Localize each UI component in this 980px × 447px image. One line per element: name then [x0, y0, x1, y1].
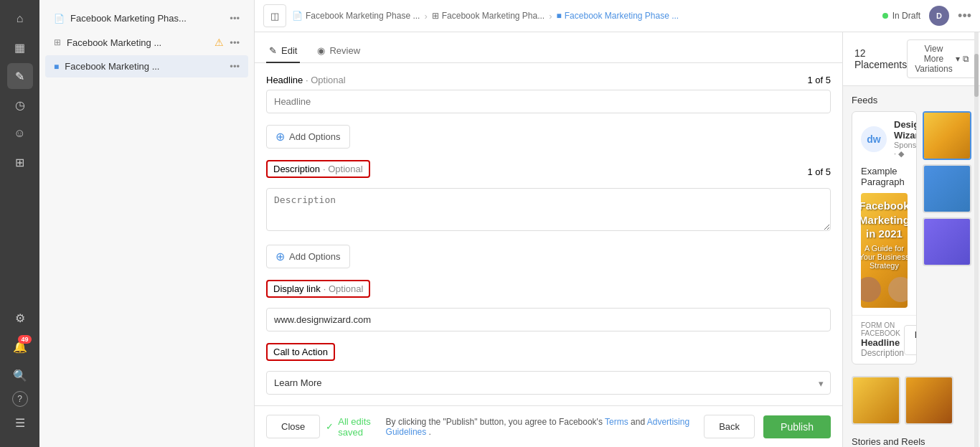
sidebar-item-3[interactable]: ■ Facebook Marketing ... •••: [45, 55, 248, 77]
draft-label: In Draft: [892, 11, 920, 21]
thumb-img-3: [924, 219, 970, 265]
clock-icon[interactable]: ◷: [7, 92, 33, 118]
scroll-thumb: [974, 54, 979, 97]
add-options-button-2[interactable]: ⊕ Add Options: [266, 245, 350, 268]
copy-icon: ⧉: [963, 54, 969, 64]
bell-icon[interactable]: 🔔 49: [7, 334, 33, 359]
thumbnail-5[interactable]: [905, 376, 953, 425]
display-link-label-row: Display link · Optional: [266, 280, 831, 304]
stories-heading: Stories and Reels: [852, 436, 971, 447]
page-icon-3: ■: [54, 62, 59, 72]
cta-left: FORM ON FACEBOOK Headline Description: [861, 321, 904, 358]
feed-body-text: Example Paragraph: [861, 166, 908, 187]
close-button[interactable]: Close: [266, 415, 320, 438]
add-options-button-1[interactable]: ⊕ Add Options: [266, 125, 350, 149]
preview-header: 12 Placements View More Variations ▾ ⧉: [843, 32, 980, 86]
feed-image-subtitle: A Guide for Your Business Strategy: [861, 244, 908, 270]
bottom-left: Close ✓ All edits saved: [266, 415, 386, 438]
cta-form-label: FORM ON FACEBOOK: [861, 321, 904, 337]
settings-icon[interactable]: ⚙: [7, 305, 33, 331]
back-button[interactable]: Back: [704, 415, 755, 438]
breadcrumb-item-2[interactable]: ⊞ Facebook Marketing Pha...: [432, 11, 545, 21]
cta-description-text: Description: [861, 348, 904, 358]
cta-label-row: Call to Action: [266, 343, 831, 367]
breadcrumb: 📄 Facebook Marketing Phase ... › ⊞ Faceb…: [292, 11, 877, 22]
thumbnail-4[interactable]: [852, 376, 900, 425]
headline-section: Headline · Optional 1 of 5: [266, 75, 831, 113]
breadcrumb-label-1: Facebook Marketing Phase ...: [306, 11, 420, 21]
cta-section: Call to Action Learn More Shop Now Sign …: [266, 343, 831, 395]
edit-tab-label: Edit: [281, 45, 297, 56]
description-label-text: Description: [273, 164, 320, 174]
cta-label-text: Call to Action: [273, 347, 328, 357]
saved-label: All edits saved: [338, 416, 385, 438]
breadcrumb-sep-2: ›: [549, 11, 552, 22]
user-avatar[interactable]: D: [929, 6, 949, 26]
cta-select[interactable]: Learn More Shop Now Sign Up Book Now Dow…: [266, 371, 831, 395]
feed-body: Example Paragraph Facebook Marketing in …: [852, 166, 916, 315]
more-btn-1[interactable]: •••: [230, 13, 240, 24]
more-btn-2[interactable]: •••: [230, 37, 240, 48]
breadcrumb-icon-3: ■: [557, 11, 562, 21]
search-icon[interactable]: 🔍: [7, 362, 33, 388]
face-icon[interactable]: ☺: [7, 121, 33, 146]
tab-edit[interactable]: ✎ Edit: [266, 39, 300, 63]
breadcrumb-sep-1: ›: [424, 11, 427, 22]
cta-learn-more-button[interactable]: LEARN MORE: [904, 325, 917, 355]
more-btn-3[interactable]: •••: [230, 61, 240, 72]
sidebar-item-2[interactable]: ⊞ Facebook Marketing ... ⚠ •••: [45, 31, 248, 54]
feed-preview-card: dw Design Wizard Sponsored · ◆ ••• Examp…: [852, 111, 917, 364]
saved-status: ✓ All edits saved: [326, 416, 385, 438]
draft-dot: [882, 13, 888, 19]
sidebar-item-1[interactable]: 📄 Facebook Marketing Phas... •••: [45, 7, 248, 29]
headline-counter: 1 of 5: [807, 75, 831, 85]
breadcrumb-icon-2: ⊞: [432, 11, 439, 21]
period-text: .: [429, 427, 431, 437]
description-label-wrapper: Description · Optional: [266, 160, 370, 184]
notification-badge: 49: [18, 335, 31, 344]
plus-icon-2: ⊕: [275, 250, 285, 263]
edit-icon[interactable]: ✎: [7, 63, 33, 89]
thumbnail-column: [923, 111, 971, 370]
cta-headline: Headline: [861, 337, 904, 348]
nav-toggle-button[interactable]: ◫: [263, 4, 286, 27]
thumbnail-2[interactable]: [923, 164, 971, 213]
terms-link[interactable]: Terms: [605, 417, 628, 427]
description-textarea[interactable]: [266, 188, 831, 231]
feed-image-content: Facebook Marketing in 2021 A Guide for Y…: [861, 193, 908, 308]
grid-icon[interactable]: ⊞: [7, 149, 33, 175]
chart-icon[interactable]: ▦: [7, 34, 33, 60]
nav-more-button[interactable]: •••: [958, 9, 971, 24]
placements-title: 12 Placements: [854, 47, 907, 70]
feed-image-title: Facebook Marketing in 2021: [861, 199, 908, 241]
description-section: Description · Optional 1 of 5: [266, 160, 831, 233]
thumbnail-1[interactable]: [923, 111, 971, 160]
feeds-row: dw Design Wizard Sponsored · ◆ ••• Examp…: [852, 111, 971, 370]
sidebar-item-label-3: Facebook Marketing ...: [65, 61, 224, 72]
breadcrumb-label-2: Facebook Marketing Pha...: [442, 11, 545, 21]
headline-label-text: Headline: [266, 75, 303, 85]
scroll-indicator[interactable]: [974, 32, 980, 447]
person-1: [861, 277, 881, 302]
help-icon[interactable]: ?: [12, 391, 28, 407]
add-options-label-2: Add Options: [289, 251, 341, 262]
publish-button[interactable]: Publish: [763, 415, 831, 438]
tab-review[interactable]: ◉ Review: [314, 39, 363, 63]
thumbnail-3[interactable]: [923, 217, 971, 266]
list-icon[interactable]: ☰: [7, 410, 33, 436]
review-tab-icon: ◉: [317, 45, 325, 56]
headline-input[interactable]: [266, 90, 831, 113]
description-highlighted-label: Description · Optional: [266, 160, 370, 178]
file-icon-1: 📄: [54, 14, 65, 24]
display-link-input[interactable]: [266, 308, 831, 331]
thumb-img-2: [924, 166, 970, 212]
breadcrumb-item-3[interactable]: ■ Facebook Marketing Phase ...: [557, 11, 679, 21]
home-icon[interactable]: ⌂: [7, 6, 33, 32]
view-more-button[interactable]: View More Variations ▾ ⧉: [907, 39, 976, 78]
plus-icon-1: ⊕: [275, 130, 285, 143]
feeds-heading: Feeds: [852, 95, 971, 105]
add-options-label-1: Add Options: [289, 131, 341, 142]
preview-panel: 12 Placements View More Variations ▾ ⧉ F…: [843, 32, 980, 447]
person-2: [888, 277, 908, 302]
breadcrumb-item-1[interactable]: 📄 Facebook Marketing Phase ...: [292, 11, 420, 21]
